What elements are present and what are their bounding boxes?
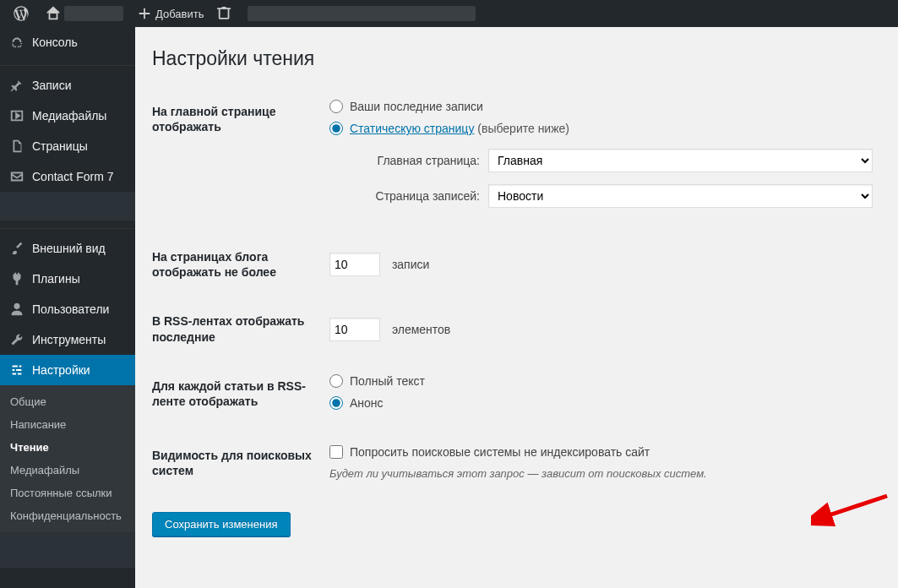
menu-label: Страницы [32,139,88,153]
menu-label: Пользователи [32,302,109,316]
menu-plugins[interactable]: Плагины [0,264,135,294]
customize[interactable] [210,0,242,27]
radio-static-page[interactable] [329,122,343,135]
menu-separator [0,62,135,66]
settings-icon [8,362,25,378]
menu-label: Инструменты [32,333,106,346]
customize-icon [217,6,232,21]
add-new[interactable]: Добавить [130,0,210,27]
user-icon [8,301,25,318]
menu-settings[interactable]: Настройки [0,355,135,385]
menu-pages[interactable]: Страницы [0,131,135,161]
menu-label: Консоль [32,35,78,49]
wp-logo[interactable] [7,0,39,27]
rss-items-input[interactable] [329,318,380,341]
radio-latest-posts[interactable] [329,100,343,113]
plugin-icon [8,270,25,287]
save-button[interactable]: Сохранить изменения [152,512,291,536]
media-icon [8,107,25,124]
menu-dashboard[interactable]: Консоль [0,27,135,57]
posts-per-page-units: записи [392,258,429,271]
radio-latest-posts-label[interactable]: Ваши последние записи [350,100,483,113]
posts-page-label: Страница записей: [353,189,488,203]
dashboard-icon [8,34,25,51]
menu-label: Внешний вид [32,242,106,255]
front-page-select[interactable]: Главная [488,149,873,172]
home-icon [46,6,61,21]
noindex-checkbox[interactable] [329,445,343,459]
wordpress-icon [14,6,29,21]
menu-media[interactable]: Медиафайлы [0,101,135,131]
menu-tools[interactable]: Инструменты [0,324,135,355]
home-link[interactable] [39,0,130,27]
front-display-label: На главной странице отображать [152,87,321,232]
plus-icon [137,6,152,21]
seo-visibility-label: Видимость для поисковых систем [152,431,321,495]
submenu-general[interactable]: Общие [0,390,135,413]
rss-mode-label: Для каждой статьи в RSS-ленте отображать [152,362,321,431]
content-area: Настройки чтения На главной странице ото… [135,27,898,588]
menu-label: Медиафайлы [32,109,106,122]
static-page-note: (выберите ниже) [477,122,569,135]
menu-cf7[interactable]: Contact Form 7 [0,161,135,192]
menu-label: Записи [32,79,71,92]
page-title: Настройки чтения [152,47,881,70]
front-page-label: Главная страница: [353,154,488,167]
menu-appearance[interactable]: Внешний вид [0,233,135,264]
submenu-reading[interactable]: Чтение [0,436,135,459]
rss-count-label: В RSS-лентах отображать последние [152,297,321,361]
site-name-blur [64,6,123,21]
radio-excerpt-label[interactable]: Анонс [350,396,384,410]
blog-pages-label: На страницах блога отображать не более [152,232,321,297]
radio-full-text[interactable] [329,374,343,388]
posts-page-select[interactable]: Новости [488,184,873,208]
sidebar-blur-1 [0,192,135,220]
page-icon [8,138,25,155]
pin-icon [8,77,25,94]
submenu-writing[interactable]: Написание [0,413,135,436]
admin-bar: Добавить [0,0,898,27]
email-icon [8,168,25,185]
tools-icon [8,331,25,348]
settings-submenu: Общие Написание Чтение Медиафайлы Постоя… [0,385,135,532]
menu-separator [0,225,135,229]
settings-form: На главной странице отображать Ваши посл… [152,87,881,495]
radio-static-page-label[interactable]: Статическую страницу (выберите ниже) [350,122,569,135]
menu-label: Contact Form 7 [32,170,113,183]
admin-sidebar: Консоль Записи Медиафайлы Страницы Conta… [0,27,135,588]
svg-line-0 [824,496,887,517]
posts-per-page-input[interactable] [329,253,380,276]
menu-posts[interactable]: Записи [0,70,135,101]
menu-label: Настройки [32,363,90,377]
adminbar-blur [248,6,476,21]
rss-items-units: элементов [392,323,450,336]
menu-label: Плагины [32,272,80,286]
submenu-permalinks[interactable]: Постоянные ссылки [0,482,135,504]
brush-icon [8,240,25,257]
sidebar-blur-2 [0,532,135,568]
static-page-link[interactable]: Статическую страницу [350,122,474,135]
radio-full-text-label[interactable]: Полный текст [350,374,425,388]
radio-excerpt[interactable] [329,396,343,410]
add-new-label: Добавить [155,8,204,20]
noindex-label[interactable]: Попросить поисковые системы не индексиро… [350,445,650,459]
submenu-media[interactable]: Медиафайлы [0,459,135,482]
noindex-description: Будет ли учитываться этот запрос — завис… [329,467,873,480]
submenu-privacy[interactable]: Конфиденциальность [0,504,135,527]
menu-users[interactable]: Пользователи [0,294,135,324]
